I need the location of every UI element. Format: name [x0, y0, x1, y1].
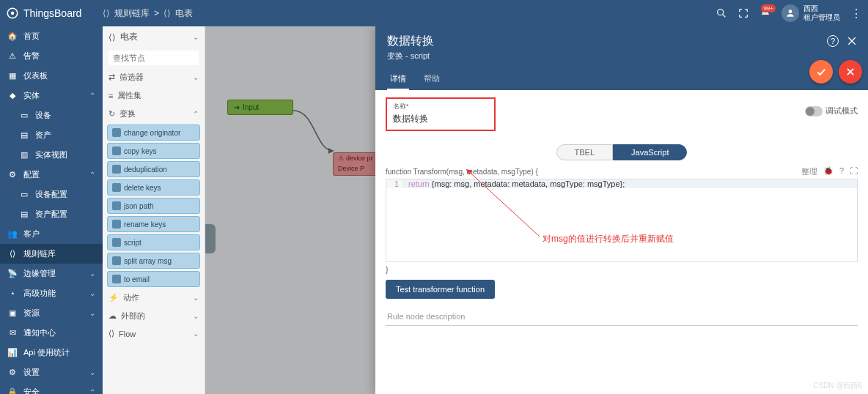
- node-chip-rename-keys[interactable]: rename keys: [107, 216, 200, 232]
- close-icon[interactable]: [846, 35, 858, 47]
- expand-icon[interactable]: ⛶: [850, 166, 858, 177]
- sidebar-item-通知中心[interactable]: ✉通知中心: [0, 323, 103, 343]
- sidebar-item-label: 资源: [23, 308, 84, 319]
- search-icon[interactable]: [716, 7, 727, 19]
- sidebar-item-label: 设置: [23, 367, 84, 378]
- chevron-down-icon: ⌄: [89, 309, 95, 317]
- fullscreen-icon[interactable]: [738, 7, 749, 19]
- test-transformer-button[interactable]: Test transformer function: [386, 280, 495, 299]
- node-chip-to-email[interactable]: to email: [107, 271, 200, 287]
- sidebar-item-安全[interactable]: 🔒安全⌃: [0, 382, 103, 394]
- rules-icon: ⟨⟩: [108, 32, 116, 42]
- device-cfg-icon: ▭: [19, 190, 29, 199]
- chevron-down-icon: ⌄: [193, 330, 199, 338]
- save-button[interactable]: [809, 60, 833, 83]
- sidebar-item-客户[interactable]: 👥客户: [0, 224, 103, 244]
- node-type-icon: [112, 275, 121, 283]
- help-small-icon[interactable]: ?: [839, 166, 844, 177]
- svg-point-4: [789, 10, 792, 13]
- section-external[interactable]: ☁外部的⌄: [103, 307, 205, 325]
- sidebar-item-设备[interactable]: ▭设备: [0, 105, 103, 125]
- sidebar-item-规则链库[interactable]: ⟨⟩规则链库: [0, 244, 103, 264]
- help-icon[interactable]: ?: [827, 35, 839, 47]
- sidebar-item-资产配置[interactable]: ▤资产配置: [0, 204, 103, 224]
- node-chip-copy-keys[interactable]: copy keys: [107, 143, 200, 159]
- section-label: 外部的: [121, 311, 145, 321]
- section-filter[interactable]: ⇄筛选器⌄: [103, 68, 205, 86]
- sidebar-item-设置[interactable]: ⚙设置⌄: [0, 363, 103, 382]
- chevron-down-icon[interactable]: ⌄: [193, 33, 199, 41]
- code-editor[interactable]: 1 return {msg: msg, metadata: metadata, …: [386, 179, 858, 262]
- sidebar-item-label: 实体: [23, 90, 84, 101]
- node-type-icon: [112, 165, 121, 174]
- debug-toggle[interactable]: [805, 106, 823, 116]
- sidebar-item-首页[interactable]: 🏠首页: [0, 26, 103, 46]
- tab-tbel[interactable]: TBEL: [556, 144, 614, 160]
- section-label: 动作: [123, 292, 139, 303]
- tidy-button[interactable]: 整理: [801, 166, 817, 177]
- sidebar-item-label: 客户: [23, 228, 95, 239]
- notification-icon[interactable]: 99+: [760, 7, 771, 19]
- user-name: 西西: [803, 4, 840, 13]
- node-detail-panel: 数据转换 变换 - script ? 详情 帮助 名称* 数据转换: [375, 26, 868, 394]
- node-chip-label: deduplication: [124, 166, 167, 174]
- sidebar-item-实体[interactable]: ◆实体⌃: [0, 86, 103, 105]
- sidebar-item-Api 使用统计[interactable]: 📊Api 使用统计: [0, 343, 103, 363]
- tab-help[interactable]: 帮助: [421, 69, 443, 90]
- rules-icon: ⟨⟩: [163, 8, 171, 18]
- description-field[interactable]: Rule node description: [386, 308, 858, 326]
- name-value: 数据转换: [393, 113, 488, 125]
- name-field[interactable]: 名称* 数据转换: [386, 97, 496, 131]
- breadcrumb: ⟨⟩ 规则链库 > ⟨⟩ 电表: [103, 7, 193, 20]
- section-attr[interactable]: ≡属性集: [103, 86, 205, 105]
- sidebar-item-高级功能[interactable]: ⋆高级功能⌄: [0, 283, 103, 303]
- sidebar-item-配置[interactable]: ⚙配置⌃: [0, 165, 103, 185]
- devices-icon: ▭: [19, 111, 29, 120]
- notif-icon: ✉: [7, 328, 18, 338]
- tab-details[interactable]: 详情: [387, 69, 409, 90]
- detail-body: 名称* 数据转换 调试模式 TBEL JavaScript function T…: [375, 90, 868, 394]
- breadcrumb-b[interactable]: 电表: [175, 7, 193, 20]
- breadcrumb-a[interactable]: 规则链库: [114, 7, 150, 20]
- node-panel-title-text: 电表: [120, 31, 138, 43]
- node-chip-split-array-msg[interactable]: split array msg: [107, 253, 200, 269]
- chevron-up-icon: ⌃: [89, 388, 95, 394]
- detail-header: 数据转换 变换 - script ? 详情 帮助: [375, 26, 868, 90]
- section-transform[interactable]: ↻变换⌃: [103, 105, 205, 123]
- node-chip-deduplication[interactable]: deduplication: [107, 161, 200, 177]
- logo-icon: [6, 7, 19, 20]
- tab-javascript[interactable]: JavaScript: [613, 144, 687, 160]
- sidebar-item-label: 告警: [23, 51, 95, 62]
- search-input[interactable]: [108, 51, 199, 65]
- node-chip-delete-keys[interactable]: delete keys: [107, 179, 200, 196]
- section-action[interactable]: ⚡动作⌄: [103, 289, 205, 307]
- sidebar-item-资产[interactable]: ▤资产: [0, 125, 103, 145]
- user-menu[interactable]: 西西 租户管理员: [781, 4, 840, 22]
- sidebar-item-label: 通知中心: [23, 327, 95, 338]
- sidebar-item-实体视图[interactable]: ▥实体视图: [0, 145, 103, 165]
- sidebar-item-告警[interactable]: ⚠告警: [0, 46, 103, 66]
- node-type-icon: [112, 128, 121, 137]
- section-flow[interactable]: ⟨⟩Flow⌄: [103, 325, 205, 342]
- more-icon[interactable]: ⋮: [850, 7, 862, 21]
- node-chip-label: script: [124, 239, 141, 247]
- node-chip-change-originator[interactable]: change originator: [107, 124, 200, 141]
- header-actions: 99+ 西西 租户管理员 ⋮: [716, 4, 862, 22]
- sidebar-item-设备配置[interactable]: ▭设备配置: [0, 185, 103, 204]
- breadcrumb-sep: >: [154, 8, 159, 18]
- user-role: 租户管理员: [803, 13, 840, 22]
- node-chip-script[interactable]: script: [107, 234, 200, 250]
- sidebar-item-资源[interactable]: ▣资源⌄: [0, 303, 103, 323]
- sidebar-item-仪表板[interactable]: ▦仪表板: [0, 66, 103, 86]
- sidebar-item-边缘管理[interactable]: 📡边缘管理⌄: [0, 264, 103, 283]
- flow-icon: ⟨⟩: [108, 329, 114, 338]
- rules-icon: ⟨⟩: [103, 8, 110, 18]
- cancel-button[interactable]: [839, 60, 862, 83]
- logo[interactable]: ThingsBoard: [6, 7, 103, 20]
- bug-icon[interactable]: 🐞: [823, 166, 834, 177]
- section-label: 筛选器: [119, 72, 144, 83]
- node-chip-json-path[interactable]: json path: [107, 198, 200, 214]
- debug-mode-row: 调试模式: [805, 105, 858, 116]
- detail-subtitle: 变换 - script: [387, 51, 856, 62]
- sidebar-item-label: 高级功能: [23, 288, 84, 299]
